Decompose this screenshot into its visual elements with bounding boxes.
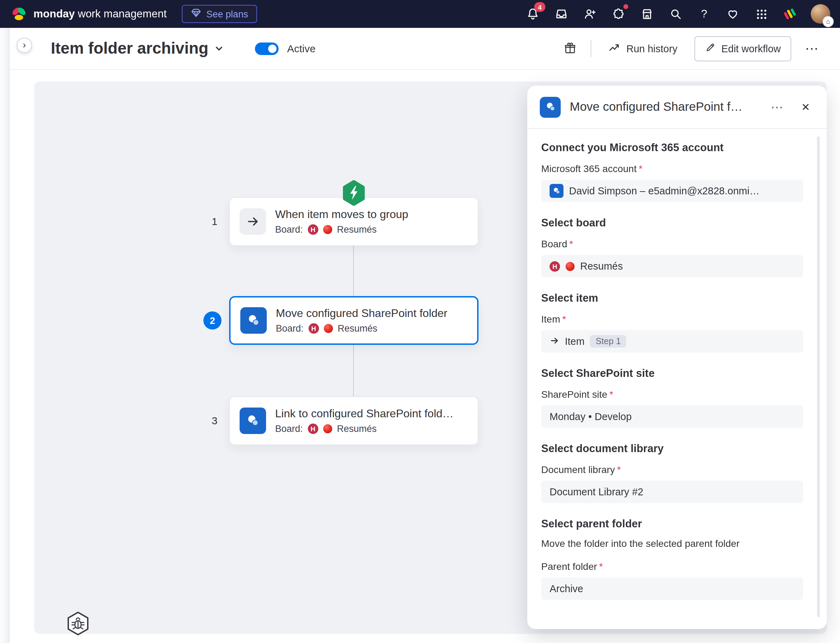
expand-left-panel-button[interactable]: › xyxy=(17,38,32,53)
sharepoint-icon xyxy=(240,408,266,434)
apps-puzzle-icon[interactable] xyxy=(611,6,626,21)
see-plans-button[interactable]: See plans xyxy=(182,5,258,23)
required-mark: * xyxy=(610,389,613,400)
panel-more-menu[interactable]: ⋯ xyxy=(767,98,788,116)
help-icon[interactable]: ? xyxy=(696,6,712,21)
red-circle-icon xyxy=(324,324,333,333)
board-label: Board: xyxy=(275,224,303,235)
step-card-link-folder[interactable]: Link to configured SharePoint fold… Boar… xyxy=(229,397,478,445)
panel-scrollbar[interactable] xyxy=(817,137,820,617)
arrow-right-icon xyxy=(550,335,559,347)
edit-workflow-label: Edit workflow xyxy=(721,43,781,54)
board-label: Board: xyxy=(275,424,303,434)
board-avatar-badge: H xyxy=(550,261,560,271)
work-management-product-icon[interactable] xyxy=(782,6,798,21)
edit-workflow-button[interactable]: Edit workflow xyxy=(694,36,791,61)
marketplace-icon[interactable] xyxy=(639,6,655,21)
active-toggle-label: Active xyxy=(287,42,315,54)
section-site: Select SharePoint site SharePoint site* … xyxy=(541,367,803,428)
header-divider xyxy=(590,40,591,57)
board-name: Resumés xyxy=(338,323,377,334)
step-2-board-row: Board: H Resumés xyxy=(276,323,447,334)
item-field[interactable]: Item Step 1 xyxy=(541,330,803,353)
diamond-icon xyxy=(191,8,202,20)
step-1-number: 1 xyxy=(206,215,223,227)
document-library-field[interactable]: Document Library #2 xyxy=(541,481,803,503)
section-heading: Select item xyxy=(541,292,803,304)
sharepoint-icon xyxy=(550,184,563,198)
microsoft-account-field[interactable]: David Simpson – e5admin@x2828.onmi… xyxy=(541,180,803,202)
monday-work-management-app: monday work management See plans 4 xyxy=(0,0,840,643)
label-text: Microsoft 365 account xyxy=(541,163,637,174)
connector-step1-step2 xyxy=(353,246,354,296)
label-text: SharePoint site xyxy=(541,389,607,400)
brand-name: monday xyxy=(33,8,75,20)
field-value: Item xyxy=(565,336,584,347)
section-heading: Connect you Microsoft 365 account xyxy=(541,141,803,154)
board-label: Board: xyxy=(276,323,304,334)
run-history-icon xyxy=(608,41,621,56)
help-glyph: ? xyxy=(701,8,707,20)
required-mark: * xyxy=(562,313,566,325)
section-item: Select item Item* Item Step 1 xyxy=(541,292,803,353)
parent-folder-field[interactable]: Archive xyxy=(541,578,803,600)
inbox-icon[interactable] xyxy=(554,6,569,21)
debug-bug-button[interactable] xyxy=(64,610,92,637)
red-circle-icon xyxy=(323,225,332,234)
section-board: Select board Board* H Resumés xyxy=(541,217,803,277)
notifications-bell-icon[interactable]: 4 xyxy=(525,6,540,21)
field-value: Monday • Develop xyxy=(550,411,632,422)
required-mark: * xyxy=(639,163,643,174)
panel-header: Move configured SharePoint f… ⋯ ✕ xyxy=(527,86,827,129)
card-texts: When item moves to group Board: H Resumé… xyxy=(275,208,408,235)
run-history-button[interactable]: Run history xyxy=(602,37,683,60)
sharepoint-icon xyxy=(540,96,561,118)
notification-count-badge: 4 xyxy=(534,2,545,12)
red-circle-icon xyxy=(323,424,332,433)
board-field[interactable]: H Resumés xyxy=(541,255,803,277)
field-label: Microsoft 365 account* xyxy=(541,163,803,174)
section-heading: Select SharePoint site xyxy=(541,367,803,380)
chevron-right-icon: › xyxy=(23,39,26,50)
close-icon[interactable]: ✕ xyxy=(797,99,814,114)
product-switcher-grid-icon[interactable] xyxy=(754,6,769,21)
active-toggle[interactable] xyxy=(255,42,279,55)
field-value: Resumés xyxy=(580,261,623,272)
apps-alert-dot xyxy=(623,4,628,9)
run-history-label: Run history xyxy=(626,43,677,54)
step-3-title: Link to configured SharePoint fold… xyxy=(275,408,453,420)
field-label: Document library* xyxy=(541,464,803,475)
red-circle-icon xyxy=(566,261,575,271)
section-description: Move the folder into the selected parent… xyxy=(541,538,803,549)
workflow-title-dropdown[interactable]: Item folder archiving xyxy=(51,39,224,58)
gift-icon[interactable] xyxy=(560,39,579,58)
panel-title: Move configured SharePoint f… xyxy=(570,100,757,114)
step-card-move-folder[interactable]: Move configured SharePoint folder Board:… xyxy=(229,296,478,345)
field-label: Parent folder* xyxy=(541,561,803,572)
section-heading: Select document library xyxy=(541,442,803,455)
card-texts: Move configured SharePoint folder Board:… xyxy=(276,307,447,334)
topbar-actions: 4 xyxy=(525,4,830,24)
screen: monday work management See plans 4 xyxy=(0,0,840,643)
step-3-number: 3 xyxy=(206,415,223,426)
section-heading: Select board xyxy=(541,217,803,229)
pencil-icon xyxy=(705,42,716,55)
invite-members-icon[interactable] xyxy=(582,6,598,21)
label-text: Item xyxy=(541,313,560,325)
monday-logo-icon[interactable] xyxy=(10,5,28,23)
header-more-menu[interactable]: ⋯ xyxy=(802,41,822,56)
board-name: Resumés xyxy=(337,224,377,235)
user-avatar[interactable]: ⌂ xyxy=(811,4,830,24)
board-avatar-badge: H xyxy=(308,323,319,334)
sharepoint-site-field[interactable]: Monday • Develop xyxy=(541,405,803,428)
whats-new-heart-icon[interactable] xyxy=(725,6,741,21)
brand-title[interactable]: monday work management xyxy=(33,8,167,20)
section-account: Connect you Microsoft 365 account Micros… xyxy=(541,141,803,202)
field-value: David Simpson – e5admin@x2828.onmi… xyxy=(569,185,760,196)
topbar: monday work management See plans 4 xyxy=(0,0,840,28)
field-label: Item* xyxy=(541,313,803,325)
step-1-board-row: Board: H Resumés xyxy=(275,224,408,235)
move-to-group-arrow-icon xyxy=(240,208,266,235)
search-icon[interactable] xyxy=(668,6,683,21)
label-text: Board xyxy=(541,238,567,250)
